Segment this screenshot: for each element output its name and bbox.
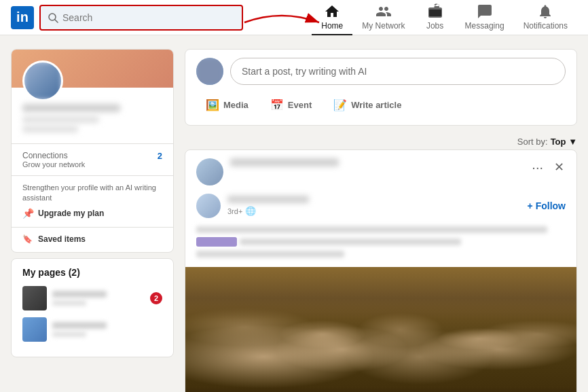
upgrade-plan-label: Upgrade my plan <box>38 209 104 218</box>
svg-rect-3 <box>429 10 441 16</box>
event-icon: 📅 <box>270 99 284 111</box>
my-pages-title: My pages (2) <box>22 267 162 278</box>
text-line-1 <box>196 226 547 233</box>
sort-value[interactable]: Top ▼ <box>551 137 577 147</box>
person-meta: 3rd+ 🌐 <box>227 206 520 216</box>
article-label: Write article <box>351 100 401 110</box>
connections-info: Connections Grow your network <box>22 151 85 168</box>
nav-my-network-label: My Network <box>362 21 405 31</box>
nav-jobs-label: Jobs <box>426 21 443 31</box>
nav-jobs[interactable]: Jobs <box>415 0 456 35</box>
media-label: Media <box>223 100 249 110</box>
search-box[interactable] <box>39 5 243 31</box>
sort-label: Sort by: <box>517 137 548 147</box>
notifications-icon <box>537 3 553 20</box>
jobs-icon <box>427 3 443 20</box>
header: in Home <box>0 0 588 35</box>
left-sidebar: Connections Grow your network 2 Strength… <box>11 49 174 392</box>
close-post-btn[interactable]: ✕ <box>553 158 566 176</box>
feed-image <box>185 267 576 392</box>
main-layout: Connections Grow your network 2 Strength… <box>0 35 588 392</box>
list-item[interactable]: 2 <box>22 286 162 310</box>
start-post-placeholder: Start a post, try writing with AI <box>242 66 367 77</box>
list-item[interactable] <box>22 317 162 342</box>
connections-row[interactable]: Connections Grow your network 2 <box>12 143 173 175</box>
feed-post: ··· ✕ 3rd+ 🌐 + Follow <box>185 149 577 392</box>
feed-user-avatar <box>196 158 223 185</box>
nav-messaging[interactable]: Messaging <box>456 0 514 35</box>
upgrade-section: Strengthen your profile with an AI writi… <box>12 175 173 227</box>
profile-name <box>22 104 120 112</box>
follow-plus-icon: + <box>527 200 532 211</box>
profile-banner <box>12 50 173 88</box>
follow-label: Follow <box>536 200 566 211</box>
text-line-2 <box>240 238 461 245</box>
event-label: Event <box>288 100 312 110</box>
header-nav: Home My Network Jobs <box>312 0 577 35</box>
profile-location <box>22 126 78 132</box>
search-input[interactable] <box>62 12 235 23</box>
nav-notifications-label: Notifications <box>523 21 568 31</box>
page-notification-badge-1: 2 <box>150 292 162 304</box>
follow-btn[interactable]: + Follow <box>527 200 566 211</box>
text-line-3 <box>196 251 344 257</box>
gold-icon: 📌 <box>22 208 34 219</box>
connections-title: Connections <box>22 151 85 160</box>
feed-user-info <box>230 158 521 170</box>
post-box: Start a post, try writing with AI 🖼️ Med… <box>185 49 577 126</box>
article-icon: 📝 <box>333 99 347 111</box>
media-icon: 🖼️ <box>206 99 219 111</box>
article-btn[interactable]: 📝 Write article <box>324 93 411 117</box>
chevron-down-icon: ▼ <box>568 137 577 147</box>
crowd-photo <box>185 267 576 392</box>
avatar <box>22 60 63 101</box>
page-thumb-2 <box>22 317 47 342</box>
nav-home[interactable]: Home <box>312 0 352 35</box>
profile-card: Connections Grow your network 2 Strength… <box>11 49 174 253</box>
connection-badge: 3rd+ <box>227 207 242 215</box>
person-name <box>227 196 309 203</box>
event-btn[interactable]: 📅 Event <box>261 93 321 117</box>
post-actions: 🖼️ Media 📅 Event 📝 Write article <box>196 93 566 117</box>
more-options-btn[interactable]: ··· <box>528 159 547 175</box>
start-post-btn[interactable]: Start a post, try writing with AI <box>230 58 566 85</box>
feed-area: Start a post, try writing with AI 🖼️ Med… <box>185 49 577 392</box>
my-pages-card: My pages (2) 2 <box>11 258 174 357</box>
saved-items-label: Saved items <box>38 234 86 244</box>
feed-post-header-actions: ··· ✕ <box>528 158 566 176</box>
upgrade-text: Strengthen your profile with an AI writi… <box>22 183 162 204</box>
highlight-word <box>196 237 237 247</box>
globe-icon: 🌐 <box>245 206 256 216</box>
sort-row: Sort by: Top ▼ <box>185 131 577 149</box>
search-icon <box>48 12 58 23</box>
nav-messaging-label: Messaging <box>465 21 504 31</box>
post-text <box>185 224 576 267</box>
connections-count: 2 <box>158 151 162 161</box>
network-icon <box>375 3 392 20</box>
messaging-icon <box>477 3 493 20</box>
page-name-1 <box>52 291 107 306</box>
nav-home-label: Home <box>321 21 343 31</box>
post-avatar <box>196 58 223 85</box>
saved-items-btn[interactable]: 🔖 Saved items <box>12 227 173 252</box>
upgrade-plan-btn[interactable]: 📌 Upgrade my plan <box>22 208 162 219</box>
feed-post-header: ··· ✕ <box>185 150 576 191</box>
annotation-arrow <box>241 12 323 33</box>
home-icon <box>324 3 340 20</box>
feed-user-name <box>230 158 339 166</box>
connections-sub: Grow your network <box>22 160 85 168</box>
profile-subtitle <box>22 116 99 123</box>
post-input-row: Start a post, try writing with AI <box>196 58 566 85</box>
person-row: 3rd+ 🌐 + Follow <box>185 191 576 224</box>
linkedin-logo: in <box>11 6 34 29</box>
page-name-2 <box>52 322 107 337</box>
page-thumb-1 <box>22 286 47 310</box>
media-btn[interactable]: 🖼️ Media <box>196 93 258 117</box>
svg-line-1 <box>55 20 58 22</box>
person-info: 3rd+ 🌐 <box>227 196 520 216</box>
bookmark-icon: 🔖 <box>22 234 33 244</box>
person-avatar <box>196 194 221 218</box>
nav-notifications[interactable]: Notifications <box>514 0 577 35</box>
nav-my-network[interactable]: My Network <box>352 0 414 35</box>
